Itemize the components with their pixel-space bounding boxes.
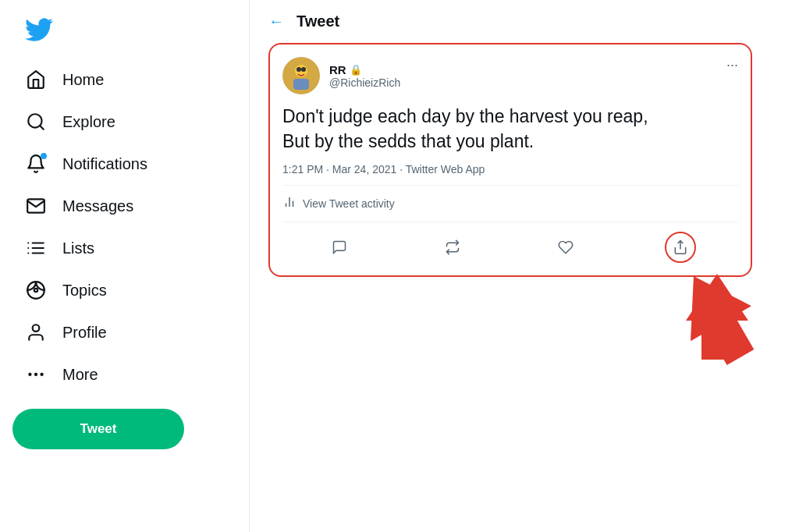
svg-point-10 <box>35 374 37 375</box>
sidebar-item-profile[interactable]: Profile <box>12 312 236 353</box>
sidebar-item-label-profile: Profile <box>62 324 107 342</box>
sidebar-item-more[interactable]: More <box>12 354 236 395</box>
sidebar-item-lists[interactable]: Lists <box>12 228 236 268</box>
svg-point-16 <box>297 67 301 72</box>
sidebar-item-label-notifications: Notifications <box>62 155 147 173</box>
notifications-icon <box>25 153 47 175</box>
main-content: ← Tweet <box>250 0 799 532</box>
sidebar-item-topics[interactable]: Topics <box>12 270 236 310</box>
tweet-button[interactable]: Tweet <box>12 409 184 449</box>
tweet-text-line1: Don't judge each day by the harvest you … <box>282 106 648 126</box>
tweet-card-wrapper: RR 🔒 @RichieizRich ··· Don't judge each … <box>268 43 768 277</box>
sidebar-item-home[interactable]: Home <box>12 59 236 100</box>
sidebar-item-label-topics: Topics <box>62 282 107 300</box>
tweet-user-info: RR 🔒 @RichieizRich <box>282 57 400 94</box>
activity-bar-chart-icon <box>282 195 297 212</box>
home-icon <box>25 69 47 90</box>
tweet-card-header: RR 🔒 @RichieizRich ··· <box>282 57 738 94</box>
share-button[interactable] <box>665 232 696 263</box>
svg-point-17 <box>301 67 306 72</box>
lock-icon: 🔒 <box>350 64 362 76</box>
profile-icon <box>25 321 47 343</box>
sidebar-item-notifications[interactable]: Notifications <box>12 144 236 184</box>
view-tweet-activity-link[interactable]: View Tweet activity <box>303 197 395 210</box>
notification-dot <box>41 153 47 159</box>
svg-point-11 <box>41 374 43 375</box>
sidebar-item-label-more: More <box>62 366 98 384</box>
tweet-text: Don't judge each day by the harvest you … <box>282 104 738 154</box>
reply-button[interactable] <box>325 233 353 261</box>
more-icon <box>25 364 47 385</box>
like-button[interactable] <box>552 233 580 261</box>
sidebar-item-label-home: Home <box>62 71 104 89</box>
messages-icon <box>25 195 47 217</box>
svg-point-9 <box>33 325 40 332</box>
tweet-card: RR 🔒 @RichieizRich ··· Don't judge each … <box>268 43 752 277</box>
svg-point-8 <box>34 289 37 292</box>
more-options-button[interactable]: ··· <box>726 57 738 73</box>
sidebar-item-label-explore: Explore <box>62 113 115 131</box>
svg-point-1 <box>28 114 41 127</box>
back-button[interactable]: ← <box>268 12 284 30</box>
twitter-logo[interactable] <box>12 6 236 56</box>
retweet-button[interactable] <box>439 233 467 261</box>
sidebar-item-explore[interactable]: Explore <box>12 101 236 142</box>
red-arrow-indicator <box>674 266 760 371</box>
tweet-activity: View Tweet activity <box>282 195 738 222</box>
sidebar-item-label-lists: Lists <box>62 239 94 257</box>
svg-point-12 <box>29 374 30 375</box>
svg-rect-15 <box>293 79 309 90</box>
username: @RichieizRich <box>329 76 400 89</box>
user-details: RR 🔒 @RichieizRich <box>329 63 400 89</box>
tweet-page-header: ← Tweet <box>268 12 780 30</box>
sidebar: Home Explore Notifications <box>0 0 250 532</box>
sidebar-item-messages[interactable]: Messages <box>12 186 236 226</box>
topics-icon <box>25 279 47 301</box>
page-title: Tweet <box>297 12 339 30</box>
user-name-row: RR 🔒 <box>329 63 400 76</box>
tweet-text-line2: But by the sedds that you plant. <box>282 131 534 151</box>
tweet-actions <box>282 232 738 263</box>
avatar[interactable] <box>282 57 320 94</box>
tweet-timestamp: 1:21 PM · Mar 24, 2021 · Twitter Web App <box>282 163 738 186</box>
lists-icon <box>25 237 47 259</box>
explore-icon <box>25 111 47 133</box>
display-name: RR <box>329 63 346 76</box>
sidebar-item-label-messages: Messages <box>62 197 133 215</box>
